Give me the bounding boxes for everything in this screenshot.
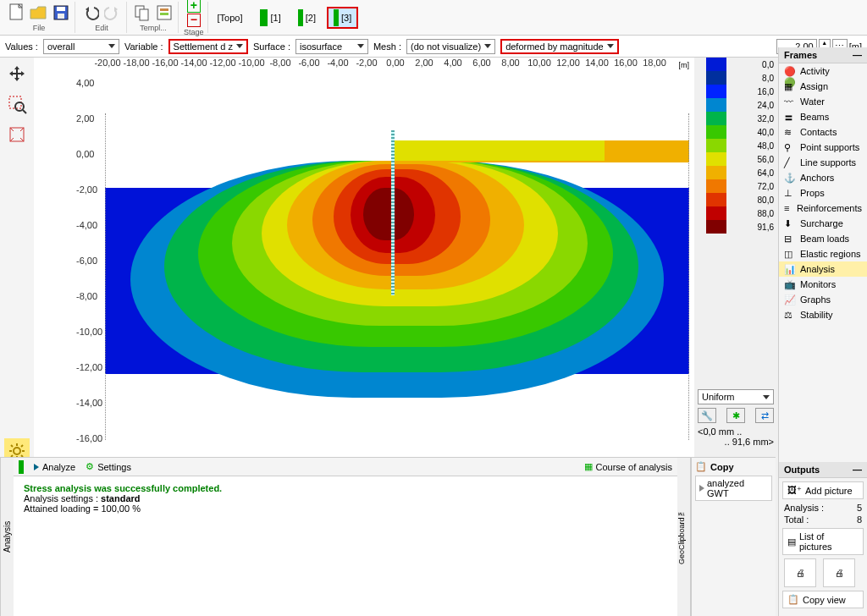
frame-item-label: Surcharge bbox=[800, 218, 843, 228]
frames-item-water[interactable]: 〰Water bbox=[779, 94, 867, 109]
outputs-panel: Outputs— 🖼⁺Add picture Analysis :5 Total… bbox=[778, 462, 867, 616]
frames-item-line-supports[interactable]: ╱Line supports bbox=[779, 155, 867, 170]
frame-item-icon: 📺 bbox=[784, 279, 796, 289]
frame-item-label: Reinforcements bbox=[797, 203, 862, 213]
variable-select[interactable]: Settlement d z bbox=[168, 39, 248, 54]
stage-1[interactable]: [1] bbox=[254, 7, 287, 29]
frames-item-stability[interactable]: ⚖Stability bbox=[779, 307, 867, 322]
template2-icon[interactable] bbox=[154, 3, 174, 23]
stage-2[interactable]: [2] bbox=[292, 7, 322, 29]
remove-stage-icon[interactable]: − bbox=[187, 14, 201, 27]
open-file-icon[interactable] bbox=[29, 3, 49, 23]
svg-rect-7 bbox=[160, 8, 168, 11]
analyze-button[interactable]: Analyze bbox=[34, 462, 75, 472]
frames-item-beams[interactable]: 〓Beams bbox=[779, 109, 867, 124]
stage-3[interactable]: [3] bbox=[327, 7, 358, 29]
stage-topo[interactable]: [Topo] bbox=[212, 7, 249, 29]
template-icon[interactable] bbox=[132, 3, 152, 23]
frames-panel: Frames— 🔴🟢Activity▦Assign〰Water〓Beams≋Co… bbox=[778, 47, 867, 462]
frame-item-label: Beams bbox=[800, 112, 829, 122]
edit-group: Edit bbox=[77, 2, 127, 33]
print2-icon[interactable]: 🖨 bbox=[823, 558, 855, 587]
frame-item-label: Anchors bbox=[800, 173, 834, 183]
frames-item-props[interactable]: ⊥Props bbox=[779, 185, 867, 201]
frame-item-icon: ◫ bbox=[784, 249, 796, 259]
frame-item-label: Activity bbox=[800, 66, 830, 76]
frame-item-icon: ≋ bbox=[784, 127, 796, 137]
left-tool-strip bbox=[0, 58, 34, 464]
frame-item-label: Water bbox=[800, 96, 825, 107]
frame-item-label: Props bbox=[800, 188, 825, 198]
frames-item-assign[interactable]: ▦Assign bbox=[779, 79, 867, 94]
analysis-toolbar: Analyze ⚙Settings ▦Course of analysis bbox=[14, 458, 677, 476]
frames-item-anchors[interactable]: ⚓Anchors bbox=[779, 170, 867, 185]
frames-item-activity[interactable]: 🔴🟢Activity bbox=[779, 63, 867, 79]
save-file-icon[interactable] bbox=[51, 3, 71, 23]
frame-item-icon: ⬇ bbox=[784, 218, 796, 228]
mesh-select[interactable]: (do not visualize) bbox=[406, 39, 495, 54]
minimize-icon[interactable]: — bbox=[853, 50, 862, 60]
add-stage-icon[interactable]: + bbox=[187, 0, 201, 13]
ruler-vertical: 4,002,000,00-2,00-4,00-6,00-8,00-10,00-1… bbox=[76, 78, 93, 457]
legend-mode-select[interactable]: Uniform bbox=[698, 389, 774, 404]
list-pictures-button[interactable]: ▤List of pictures bbox=[782, 528, 864, 555]
frames-item-surcharge[interactable]: ⬇Surcharge bbox=[779, 216, 867, 231]
frame-item-label: Beam loads bbox=[800, 234, 849, 244]
template-group: Templ... bbox=[129, 2, 179, 33]
frames-item-monitors[interactable]: 📺Monitors bbox=[779, 277, 867, 292]
plot-area[interactable] bbox=[105, 80, 689, 452]
frame-item-label: Point supports bbox=[800, 142, 859, 152]
svg-rect-2 bbox=[57, 7, 65, 11]
svg-line-11 bbox=[23, 110, 26, 113]
variable-label: Variable : bbox=[124, 41, 163, 52]
status-bar-icon bbox=[19, 460, 24, 474]
copy-header: 📋Copy bbox=[695, 461, 772, 472]
svg-point-13 bbox=[14, 448, 20, 454]
legend-tool3-icon[interactable]: ⇄ bbox=[755, 408, 774, 423]
svg-rect-8 bbox=[160, 13, 168, 15]
frames-item-reinforcements[interactable]: ≡Reinforcements bbox=[779, 201, 867, 216]
fit-view-icon[interactable] bbox=[4, 122, 30, 147]
frames-list: 🔴🟢Activity▦Assign〰Water〓Beams≋Contacts⚲P… bbox=[779, 63, 867, 462]
frame-item-label: Assign bbox=[800, 81, 828, 91]
minimize-icon[interactable]: — bbox=[853, 465, 862, 475]
viewport: [m] -20,00-18,00-16,00-14,00-12,00-10,00… bbox=[34, 58, 694, 457]
frame-item-icon: ≡ bbox=[784, 203, 792, 213]
analysis-settings-button[interactable]: ⚙Settings bbox=[86, 461, 131, 472]
file-label: File bbox=[33, 24, 46, 32]
frames-item-graphs[interactable]: 📈Graphs bbox=[779, 292, 867, 307]
frames-item-beam-loads[interactable]: ⊟Beam loads bbox=[779, 231, 867, 246]
values-select[interactable]: overall bbox=[43, 39, 119, 54]
frame-item-label: Graphs bbox=[800, 294, 831, 305]
surface-select[interactable]: isosurface bbox=[295, 39, 368, 54]
frames-item-point-supports[interactable]: ⚲Point supports bbox=[779, 140, 867, 155]
add-picture-button[interactable]: 🖼⁺Add picture bbox=[782, 481, 864, 499]
frames-item-elastic-regions[interactable]: ◫Elastic regions bbox=[779, 246, 867, 261]
analysis-panel: Analysis Analyze ⚙Settings ▦Course of an… bbox=[0, 457, 776, 616]
redo-icon[interactable] bbox=[102, 3, 123, 23]
frames-item-analysis[interactable]: 📊Analysis bbox=[779, 261, 867, 277]
deform-select[interactable]: deformed by magnitude bbox=[500, 39, 619, 54]
legend-tool1-icon[interactable]: 🔧 bbox=[698, 408, 716, 423]
zoom-region-icon[interactable] bbox=[4, 91, 30, 117]
values-label: Values : bbox=[5, 41, 38, 52]
new-file-icon[interactable] bbox=[7, 3, 27, 23]
edit-label: Edit bbox=[95, 24, 108, 32]
frame-item-icon: 🔴🟢 bbox=[784, 66, 796, 76]
copy-view-button[interactable]: 📋Copy view bbox=[782, 591, 864, 608]
copy-gwt-button[interactable]: analyzed GWT bbox=[695, 476, 772, 501]
top-toolbar: File Edit Templ... + − Stage [Topo] [1] … bbox=[0, 0, 867, 36]
frames-header: Frames— bbox=[779, 47, 867, 63]
frame-item-icon: ╱ bbox=[784, 157, 796, 168]
frame-item-label: Line supports bbox=[800, 157, 856, 168]
frames-item-contacts[interactable]: ≋Contacts bbox=[779, 124, 867, 140]
undo-icon[interactable] bbox=[80, 3, 101, 23]
svg-point-10 bbox=[15, 102, 24, 111]
print1-icon[interactable]: 🖨 bbox=[784, 558, 816, 587]
pan-tool-icon[interactable] bbox=[4, 61, 30, 86]
frame-item-icon: ⚓ bbox=[784, 173, 796, 183]
pile-element bbox=[391, 130, 395, 295]
surface-label: Surface : bbox=[253, 41, 290, 52]
legend-tool2-icon[interactable]: ✱ bbox=[726, 408, 745, 423]
course-button[interactable]: ▦Course of analysis bbox=[584, 461, 673, 472]
